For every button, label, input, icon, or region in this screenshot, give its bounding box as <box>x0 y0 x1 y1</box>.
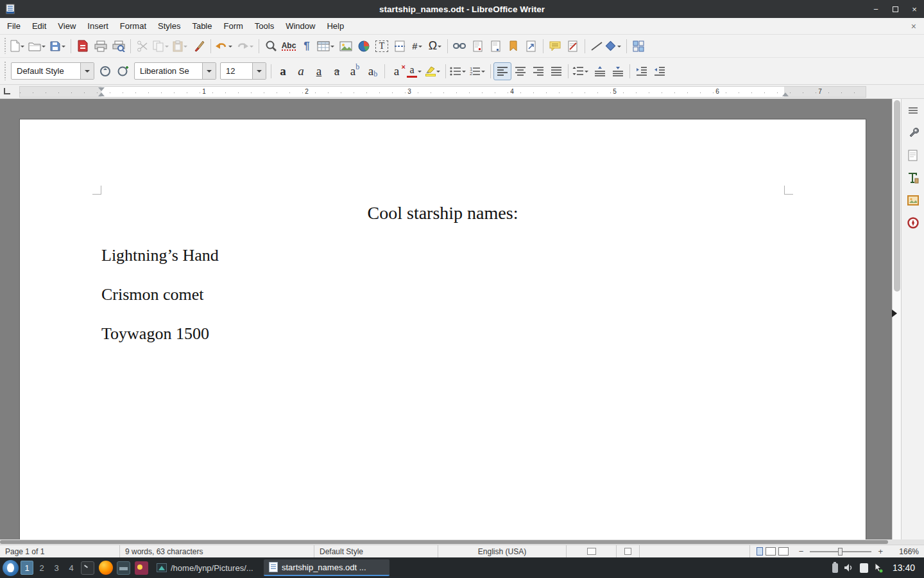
status-language[interactable]: English (USA) <box>438 545 567 557</box>
menu-tools[interactable]: Tools <box>249 19 280 33</box>
font-name-value[interactable]: Liberation Se <box>135 63 202 79</box>
menu-form[interactable]: Form <box>218 19 248 33</box>
clone-formatting-button[interactable] <box>190 37 208 55</box>
insert-field-button[interactable]: # <box>409 37 427 55</box>
workspace-3-button[interactable]: 3 <box>50 561 63 575</box>
status-page-style[interactable]: Default Style <box>314 545 438 557</box>
align-right-button[interactable] <box>529 62 547 80</box>
status-selection-mode[interactable] <box>567 545 617 557</box>
insert-image-button[interactable] <box>337 37 355 55</box>
insert-comment-button[interactable] <box>546 37 564 55</box>
menu-help[interactable]: Help <box>321 19 350 33</box>
menu-edit[interactable]: Edit <box>26 19 52 33</box>
screenshot-launcher[interactable] <box>133 560 150 576</box>
font-name-combo[interactable]: Liberation Se <box>134 62 216 80</box>
sidebar-collapse-arrow[interactable] <box>892 310 901 317</box>
applications-menu-button[interactable] <box>3 560 19 576</box>
workspace-1-button[interactable]: 1 <box>21 561 33 575</box>
sidebar-properties-button[interactable] <box>904 124 922 142</box>
document-heading[interactable]: Cool starship names: <box>101 203 784 223</box>
new-style-button[interactable] <box>114 62 132 80</box>
menu-table[interactable]: Table <box>186 19 218 33</box>
toolbar-handle[interactable] <box>3 38 7 54</box>
field-dropdown-arrow[interactable] <box>418 39 424 54</box>
document-line[interactable]: Lightning’s Hand <box>101 245 784 265</box>
numbered-list-button[interactable]: 1 2 <box>468 62 488 80</box>
insert-line-button[interactable] <box>588 37 606 55</box>
special-character-dropdown-arrow[interactable] <box>437 39 443 54</box>
align-left-button[interactable] <box>493 62 511 80</box>
paragraph-style-combo[interactable]: Default Style <box>11 62 94 80</box>
superscript-button[interactable]: ab <box>346 62 364 80</box>
menu-window[interactable]: Window <box>280 19 321 33</box>
status-word-count[interactable]: 9 words, 63 characters <box>120 545 314 557</box>
print-preview-button[interactable] <box>110 37 128 55</box>
close-button[interactable]: × <box>910 4 919 13</box>
sidebar-styles-button[interactable] <box>904 169 922 187</box>
toolbar-handle[interactable] <box>3 62 7 80</box>
left-indent-marker[interactable] <box>98 92 105 96</box>
italic-button[interactable]: a <box>292 62 310 80</box>
pointer-icon[interactable] <box>874 563 883 573</box>
insert-hyperlink-button[interactable] <box>450 37 468 55</box>
ruler-strip[interactable]: 1 2 3 4 5 6 7 <box>19 86 866 98</box>
clear-formatting-button[interactable]: a × <box>388 62 406 80</box>
document-workspace[interactable]: Cool starship names: Lightning’s Hand Cr… <box>0 99 892 539</box>
clock[interactable]: 13:40 <box>889 563 919 573</box>
restore-button[interactable] <box>891 4 900 13</box>
new-dropdown-arrow[interactable] <box>20 39 26 54</box>
menu-insert[interactable]: Insert <box>81 19 114 33</box>
sidebar-gallery-button[interactable] <box>904 191 922 209</box>
menu-view[interactable]: View <box>52 19 81 33</box>
zoom-out-button[interactable]: − <box>796 547 807 556</box>
volume-icon[interactable] <box>844 563 854 572</box>
status-page-count[interactable]: Page 1 of 1 <box>0 545 120 557</box>
first-line-indent-marker[interactable] <box>98 87 105 91</box>
workspace-2-button[interactable]: 2 <box>35 561 48 575</box>
sidebar-navigator-button[interactable] <box>904 214 922 232</box>
strikethrough-button[interactable]: a <box>328 62 346 80</box>
table-dropdown-arrow[interactable] <box>330 39 336 54</box>
minimize-button[interactable]: − <box>871 4 880 13</box>
insert-special-character-button[interactable]: Ω <box>427 37 445 55</box>
save-button[interactable] <box>48 37 68 55</box>
insert-page-break-button[interactable] <box>391 37 409 55</box>
basic-shapes-dropdown-arrow[interactable] <box>617 39 622 54</box>
paragraph-style-value[interactable]: Default Style <box>12 63 80 79</box>
highlight-color-button[interactable] <box>424 62 443 80</box>
font-color-dropdown-arrow[interactable] <box>417 64 423 79</box>
file-manager-launcher[interactable] <box>116 560 132 576</box>
document-line[interactable]: Toywagon 1500 <box>101 324 784 344</box>
horizontal-ruler[interactable]: 1 2 3 4 5 6 7 <box>0 85 924 99</box>
export-pdf-button[interactable] <box>74 37 92 55</box>
document-line[interactable]: Crismon comet <box>101 285 784 304</box>
zoom-slider[interactable] <box>810 551 871 552</box>
numbered-list-dropdown-arrow[interactable] <box>481 64 486 79</box>
taskbar-window-writer[interactable]: startship_names.odt ... <box>264 559 389 576</box>
track-changes-button[interactable] <box>564 37 582 55</box>
files-tray-icon[interactable] <box>860 563 868 573</box>
vertical-scrollbar[interactable] <box>892 99 901 539</box>
new-document-button[interactable] <box>9 37 27 55</box>
font-size-value[interactable]: 12 <box>221 63 252 79</box>
vertical-scrollbar-thumb[interactable] <box>894 100 900 292</box>
horizontal-scrollbar[interactable] <box>0 539 924 545</box>
document-close-button[interactable]: × <box>905 21 923 31</box>
highlight-dropdown-arrow[interactable] <box>436 64 441 79</box>
line-spacing-dropdown-arrow[interactable] <box>584 64 590 79</box>
tab-stop-selector[interactable] <box>4 88 10 94</box>
save-dropdown-arrow[interactable] <box>61 39 67 54</box>
document-page[interactable]: Cool starship names: Lightning’s Hand Cr… <box>19 119 866 539</box>
terminal-launcher[interactable] <box>80 560 96 576</box>
menu-format[interactable]: Format <box>114 19 152 33</box>
zoom-in-button[interactable]: + <box>875 547 886 556</box>
paragraph-style-dropdown-button[interactable] <box>80 63 94 79</box>
undo-dropdown-arrow[interactable] <box>228 39 234 54</box>
multi-page-view-button[interactable] <box>766 547 776 556</box>
update-style-button[interactable] <box>96 62 114 80</box>
single-page-view-button[interactable] <box>757 547 763 556</box>
formatting-marks-button[interactable]: ¶ <box>298 37 316 55</box>
increase-paragraph-spacing-button[interactable] <box>591 62 609 80</box>
zoom-level[interactable]: 166% <box>891 545 924 557</box>
show-draw-functions-button[interactable] <box>629 37 647 55</box>
